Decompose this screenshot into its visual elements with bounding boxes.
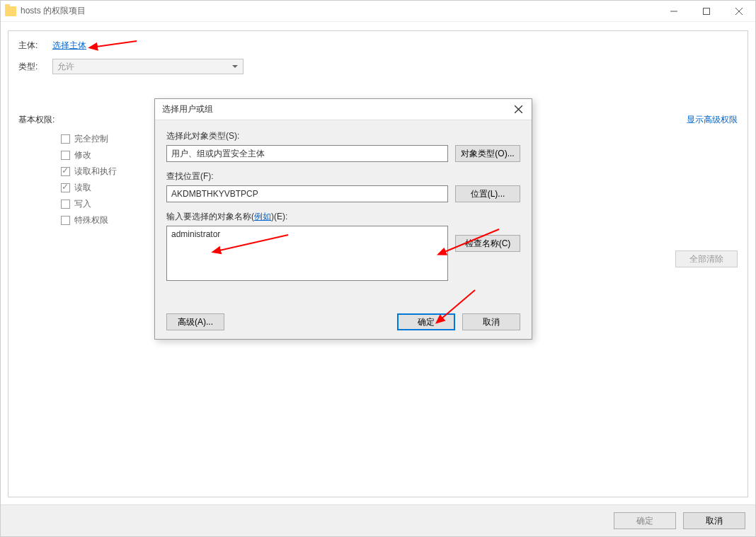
- window-title: hosts 的权限项目: [21, 5, 86, 17]
- dialog-close-button[interactable]: [509, 103, 527, 117]
- minimize-button[interactable]: [658, 1, 690, 22]
- type-row: 类型: 允许: [18, 59, 738, 74]
- window-controls: [658, 1, 755, 22]
- perm-label: 读取和执行: [74, 166, 117, 178]
- select-principal-link[interactable]: 选择主体: [52, 40, 86, 52]
- checkbox-icon[interactable]: [61, 167, 70, 176]
- object-name-label: 输入要选择的对象名称(例如)(E):: [166, 211, 520, 223]
- locations-button[interactable]: 位置(L)...: [455, 185, 520, 202]
- perm-label: 读取: [74, 182, 91, 194]
- perm-label: 完全控制: [74, 133, 108, 145]
- type-label: 类型:: [18, 61, 52, 73]
- object-name-row: administrator 检查名称(C): [166, 226, 520, 281]
- dialog-footer: 高级(A)... 确定 取消: [166, 313, 520, 330]
- perm-label: 修改: [74, 149, 91, 161]
- principal-label: 主体:: [18, 40, 52, 52]
- location-field[interactable]: [166, 185, 448, 202]
- dialog-body: 选择此对象类型(S): 对象类型(O)... 查找位置(F): 位置(L)...…: [155, 120, 532, 299]
- permissions-title: 基本权限:: [18, 114, 55, 126]
- checkbox-icon[interactable]: [61, 200, 70, 209]
- dialog-ok-button[interactable]: 确定: [397, 313, 455, 330]
- main-ok-button[interactable]: 确定: [614, 512, 676, 529]
- dialog-title: 选择用户或组: [162, 103, 213, 115]
- checkbox-icon[interactable]: [61, 151, 70, 160]
- checkbox-icon[interactable]: [61, 134, 70, 144]
- object-type-label: 选择此对象类型(S):: [166, 130, 520, 142]
- check-names-button[interactable]: 检查名称(C): [455, 235, 520, 252]
- dialog-cancel-button[interactable]: 取消: [462, 313, 520, 330]
- type-select[interactable]: 允许: [52, 59, 244, 74]
- perm-label: 写入: [74, 198, 91, 210]
- advanced-button[interactable]: 高级(A)...: [166, 313, 224, 330]
- folder-icon: [5, 6, 16, 16]
- location-row: 位置(L)...: [166, 185, 520, 202]
- checkbox-icon[interactable]: [61, 183, 70, 192]
- window-titlebar: hosts 的权限项目: [1, 1, 755, 22]
- svg-rect-1: [704, 8, 710, 14]
- maximize-button[interactable]: [690, 1, 723, 22]
- object-name-input[interactable]: administrator: [166, 226, 448, 281]
- show-advanced-link[interactable]: 显示高级权限: [687, 114, 738, 126]
- principal-row: 主体: 选择主体: [18, 40, 738, 52]
- perm-label: 特殊权限: [74, 214, 108, 226]
- main-footer: 确定 取消: [1, 504, 755, 536]
- clear-all-button[interactable]: 全部清除: [675, 250, 738, 267]
- type-select-wrap: 允许: [52, 59, 244, 74]
- example-link[interactable]: 例如: [254, 212, 271, 221]
- object-types-button[interactable]: 对象类型(O)...: [455, 145, 520, 162]
- checkbox-icon[interactable]: [61, 216, 70, 225]
- select-user-dialog: 选择用户或组 选择此对象类型(S): 对象类型(O)... 查找位置(F): 位…: [154, 98, 532, 340]
- location-label: 查找位置(F):: [166, 171, 520, 183]
- close-button[interactable]: [723, 1, 755, 22]
- main-cancel-button[interactable]: 取消: [683, 512, 745, 529]
- object-type-field[interactable]: [166, 145, 448, 162]
- dialog-titlebar: 选择用户或组: [155, 99, 532, 120]
- object-type-row: 对象类型(O)...: [166, 145, 520, 162]
